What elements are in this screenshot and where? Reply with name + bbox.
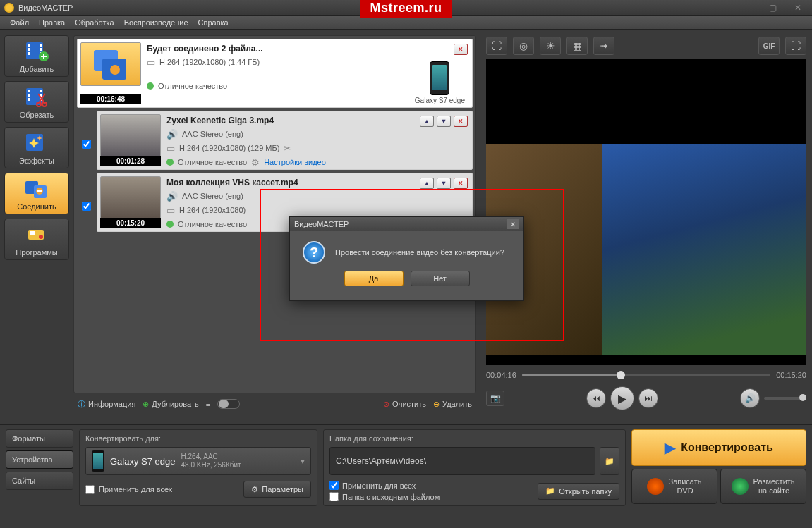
menu-help[interactable]: Справка (194, 17, 233, 28)
minimize-button[interactable]: — (737, 3, 757, 13)
film-add-icon (23, 40, 51, 63)
apply-all-label: Применить для всех (342, 481, 416, 490)
tab-sites[interactable]: Сайты (6, 472, 73, 490)
thumbnail-container: 00:01:28 (97, 111, 164, 169)
info-button[interactable]: ⓘИнформация (78, 399, 135, 410)
codec-text: H.264 (1920x1080) (129 МБ) (179, 144, 279, 152)
delete-button[interactable]: ⊖Удалить (433, 400, 472, 409)
list-view-button[interactable]: ≡ (206, 400, 210, 408)
heal-button[interactable]: ◎ (513, 37, 534, 55)
sidebar-cut-button[interactable]: Обрезать (4, 81, 69, 123)
panel-heading: Папка для сохранения: (329, 434, 619, 443)
dialog-no-button[interactable]: Нет (411, 271, 470, 286)
quality-text: Отличное качество (158, 82, 227, 90)
question-icon: ? (303, 241, 325, 264)
file-checkbox[interactable] (82, 140, 91, 149)
sidebar-programs-button[interactable]: Программы (4, 219, 69, 260)
open-folder-button[interactable]: 📁Открыть папку (538, 483, 619, 500)
tab-formats[interactable]: Форматы (6, 429, 73, 448)
dialog-yes-button[interactable]: Да (344, 271, 404, 286)
thumbnail (80, 42, 141, 86)
gear-icon: ⚙ (251, 485, 258, 494)
snapshot-button[interactable]: 📷 (486, 391, 504, 406)
app-title: ВидеоМАСТЕР (18, 4, 73, 12)
svg-rect-23 (30, 231, 35, 235)
menu-file[interactable]: Файл (6, 17, 33, 28)
file-checkbox[interactable] (82, 202, 91, 211)
film-effects-icon (23, 132, 51, 154)
svg-rect-2 (28, 48, 30, 51)
source-folder-checkbox[interactable] (329, 492, 339, 501)
sidebar-item-label: Добавить (6, 65, 67, 73)
apply-all-checkbox-2[interactable] (329, 481, 339, 490)
browse-folder-button[interactable]: 📁 (600, 447, 619, 475)
volume-button[interactable]: 🔊 (740, 388, 760, 408)
fullscreen-button[interactable]: ⛶ (785, 37, 806, 55)
apply-all-checkbox[interactable] (85, 485, 95, 494)
move-up-button[interactable]: ▲ (420, 178, 434, 189)
window-buttons: — ▢ ✕ (737, 3, 808, 13)
merged-output-item[interactable]: 00:16:48 Будет соединено 2 файла... ▭H.2… (77, 39, 473, 108)
move-up-button[interactable]: ▲ (420, 116, 434, 127)
timeline: 00:04:16 00:15:20 (486, 371, 806, 379)
clear-button[interactable]: ⊘Очистить (383, 400, 426, 409)
sidebar-join-button[interactable]: Соединить (4, 173, 69, 214)
sidebar-add-button[interactable]: Добавить (4, 35, 69, 77)
save-path-field[interactable]: C:\Users\Артём\Videos\ (329, 447, 595, 475)
sidebar-effects-button[interactable]: Эффекты (4, 127, 69, 168)
quality-text: Отличное качество (178, 220, 247, 228)
svg-rect-1 (28, 44, 30, 47)
speed-button[interactable]: ➟ (593, 37, 614, 55)
svg-rect-10 (28, 94, 30, 97)
move-down-button[interactable]: ▼ (437, 116, 451, 127)
watermark-badge: Mstreem.ru (360, 0, 452, 18)
menu-edit[interactable]: Правка (35, 17, 69, 28)
view-toggle[interactable] (217, 399, 240, 409)
remove-item-button[interactable]: ✕ (454, 116, 468, 127)
menu-process[interactable]: Обработка (71, 17, 118, 28)
list-toolbar: ⓘИнформация ⊕Дублировать ≡ ⊘Очистить ⊖Уд… (73, 395, 476, 413)
duplicate-button[interactable]: ⊕Дублировать (143, 400, 198, 409)
thumbnail-container: 00:15:20 (97, 173, 164, 231)
thumbnail (100, 114, 161, 158)
preview-video[interactable] (486, 59, 806, 365)
close-button[interactable]: ✕ (788, 3, 808, 13)
svg-rect-5 (40, 48, 42, 51)
duration-badge: 00:16:48 (80, 94, 141, 104)
params-button[interactable]: ⚙Параметры (243, 481, 311, 498)
convert-for-panel: Конвертировать для: Galaxy S7 edge H.264… (79, 429, 317, 506)
svg-point-16 (42, 102, 47, 106)
phone-icon (92, 450, 104, 472)
volume-slider[interactable] (764, 397, 806, 400)
frame-button[interactable]: ▦ (566, 37, 588, 55)
prev-track-button[interactable]: ⏮ (586, 388, 606, 408)
brightness-button[interactable]: ☀ (540, 37, 561, 55)
dialog-close-button[interactable]: ✕ (507, 219, 519, 229)
burn-dvd-button[interactable]: ЗаписатьDVD (631, 469, 717, 504)
maximize-button[interactable]: ▢ (763, 3, 782, 13)
device-selector[interactable]: Galaxy S7 edge H.264, AAC48,0 KHz, 256Кб… (85, 447, 311, 475)
quality-text: Отличное качество (178, 158, 247, 166)
remove-item-button[interactable]: ✕ (454, 178, 468, 189)
app-icon (4, 3, 14, 13)
file-item[interactable]: 00:01:28 Zyxel Keenetic Giga 3.mp4 🔊AAC … (97, 111, 473, 170)
sidebar: Добавить Обрезать Эффекты Соединить Прог… (0, 30, 73, 424)
convert-button[interactable]: ▶ Конвертировать (631, 429, 806, 466)
folder-icon: 📁 (605, 457, 614, 466)
move-down-button[interactable]: ▼ (437, 178, 451, 189)
menu-playback[interactable]: Воспроизведение (120, 17, 193, 28)
publish-button[interactable]: Разместитьна сайте (720, 469, 806, 504)
next-track-button[interactable]: ⏭ (638, 388, 658, 408)
tab-devices[interactable]: Устройства (6, 450, 73, 469)
scissors-icon[interactable]: ✂ (284, 143, 291, 154)
seek-track[interactable] (522, 374, 770, 376)
remove-item-button[interactable]: ✕ (454, 44, 468, 55)
phone-icon (430, 61, 449, 95)
svg-rect-12 (40, 90, 42, 92)
gif-button[interactable]: GIF (758, 37, 780, 55)
audio-text: AAC Stereo (eng) (182, 130, 243, 138)
crop-button[interactable]: ⛶ (486, 37, 507, 55)
seek-knob[interactable] (617, 371, 625, 379)
play-button[interactable]: ▶ (610, 386, 634, 410)
video-settings-link[interactable]: Настройки видео (264, 158, 326, 166)
